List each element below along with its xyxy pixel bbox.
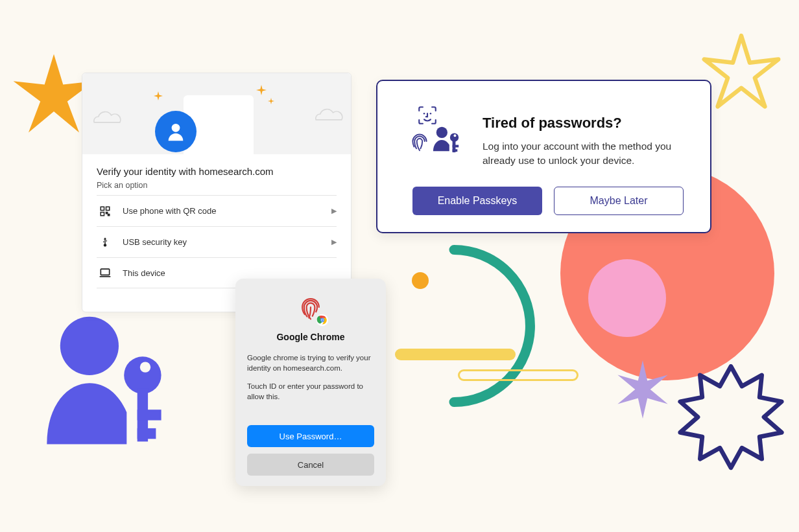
sparkle-icon — [256, 85, 267, 95]
svg-point-29 — [436, 127, 447, 138]
svg-marker-6 — [680, 366, 781, 467]
maybe-later-button[interactable]: Maybe Later — [554, 187, 684, 215]
svg-point-16 — [172, 124, 180, 132]
svg-marker-13 — [154, 91, 163, 100]
svg-marker-15 — [268, 98, 274, 104]
svg-point-31 — [454, 134, 457, 137]
circle-orange-small-icon — [412, 272, 429, 289]
option-label: Use phone with QR code — [113, 206, 331, 216]
svg-rect-22 — [101, 269, 109, 275]
identity-header — [82, 73, 351, 154]
star-yellow-outline-icon — [699, 32, 783, 117]
qr-icon — [97, 205, 113, 217]
identity-subtitle: Pick an option — [97, 181, 337, 190]
laptop-icon — [97, 267, 113, 279]
chrome-prompt-body2: Touch ID or enter your password to allow… — [247, 381, 374, 402]
starburst-navy-icon — [676, 364, 786, 474]
chrome-prompt-title: Google Chrome — [276, 332, 344, 342]
fingerprint-app-icon — [296, 293, 325, 324]
circle-pink-icon — [588, 259, 666, 337]
svg-marker-14 — [256, 85, 267, 95]
chevron-right-icon: ▶ — [331, 238, 337, 246]
use-password-button[interactable]: Use Password… — [247, 425, 374, 447]
user-key-large-icon — [39, 310, 172, 446]
svg-point-27 — [423, 113, 425, 115]
chrome-icon — [316, 314, 329, 327]
identity-title: Verify your identity with homesearch.com — [97, 166, 337, 177]
pill-solid-icon — [395, 349, 516, 360]
svg-point-9 — [140, 362, 150, 372]
option-label: This device — [113, 268, 337, 278]
sparkle-icon — [154, 91, 163, 100]
chrome-touchid-prompt: Google Chrome Google chrome is trying to… — [235, 279, 386, 486]
svg-rect-33 — [453, 145, 459, 148]
cancel-button[interactable]: Cancel — [247, 454, 374, 476]
user-key-icon — [432, 124, 462, 154]
svg-marker-5 — [617, 360, 667, 419]
usb-icon — [97, 237, 113, 248]
svg-rect-17 — [101, 207, 104, 210]
svg-rect-20 — [106, 212, 108, 213]
svg-rect-21 — [108, 214, 110, 215]
svg-rect-12 — [137, 428, 156, 439]
svg-rect-11 — [137, 410, 161, 420]
svg-point-4 — [412, 272, 429, 289]
passkey-body: Log into your account with the method yo… — [483, 139, 684, 168]
svg-rect-19 — [101, 212, 104, 215]
svg-rect-10 — [137, 388, 148, 441]
svg-rect-34 — [453, 149, 458, 152]
passkey-icon-cluster — [412, 115, 464, 164]
enable-passkeys-button[interactable]: Enable Passkeys — [412, 187, 542, 215]
chrome-prompt-body1: Google chrome is trying to verify your i… — [247, 353, 374, 373]
option-label: USB security key — [113, 237, 331, 247]
svg-point-28 — [430, 113, 432, 115]
chevron-right-icon: ▶ — [331, 207, 337, 215]
faceid-icon — [416, 104, 438, 126]
option-usb[interactable]: USB security key ▶ — [97, 226, 337, 257]
svg-rect-18 — [106, 207, 110, 210]
arc-teal-icon — [373, 245, 535, 407]
svg-marker-1 — [704, 36, 778, 106]
svg-point-7 — [60, 317, 119, 375]
svg-point-3 — [588, 259, 666, 337]
cloud-icon — [93, 110, 121, 124]
option-qr[interactable]: Use phone with QR code ▶ — [97, 195, 337, 226]
burst-lavender-icon — [614, 360, 672, 419]
svg-point-30 — [450, 133, 459, 141]
svg-point-8 — [124, 356, 161, 393]
sparkle-icon — [268, 98, 274, 104]
pill-outline-icon — [458, 369, 578, 381]
fingerprint-icon — [409, 130, 431, 152]
avatar-icon — [155, 111, 197, 152]
passkey-heading: Tired of passwords? — [483, 115, 684, 132]
cloud-icon — [315, 107, 343, 121]
passkey-banner: Tired of passwords? Log into your accoun… — [376, 80, 711, 233]
svg-point-26 — [322, 319, 324, 321]
identity-dialog: Verify your identity with homesearch.com… — [82, 73, 352, 312]
